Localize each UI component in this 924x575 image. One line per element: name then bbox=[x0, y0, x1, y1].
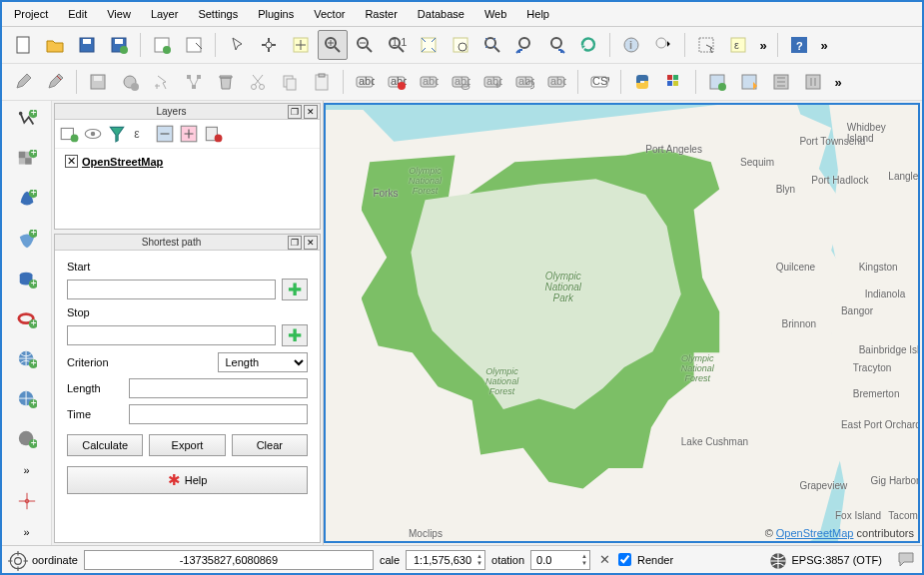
label-pin-button[interactable]: abc bbox=[382, 67, 412, 97]
pan-to-selection-button[interactable] bbox=[286, 30, 316, 60]
layer-visibility-icon[interactable] bbox=[83, 124, 103, 144]
status-target-icon[interactable] bbox=[8, 551, 26, 569]
side-overflow[interactable]: » bbox=[23, 464, 29, 476]
toolbar1-overflow[interactable]: » bbox=[755, 38, 771, 53]
label-change-button[interactable]: abc bbox=[541, 67, 571, 97]
sp-undock-icon[interactable]: ❐ bbox=[288, 236, 302, 250]
python-console-button[interactable] bbox=[627, 67, 657, 97]
sp-time-input[interactable] bbox=[129, 404, 308, 424]
add-raster-layer-button[interactable]: + bbox=[12, 145, 42, 175]
add-vector-layer-button[interactable]: + bbox=[12, 105, 42, 135]
save-as-button[interactable] bbox=[104, 30, 134, 60]
toolbar1-overflow2[interactable]: » bbox=[816, 38, 832, 53]
sp-calculate-button[interactable]: Calculate bbox=[67, 434, 143, 456]
osm-import-button[interactable] bbox=[734, 67, 764, 97]
sp-help-button[interactable]: ✱ Help bbox=[67, 466, 308, 494]
layer-item-openstreetmap[interactable]: ✕ OpenStreetMap bbox=[65, 155, 310, 168]
menu-edit[interactable]: Edit bbox=[60, 5, 95, 23]
messages-icon[interactable] bbox=[896, 549, 916, 571]
osm-download-button[interactable] bbox=[702, 67, 732, 97]
sp-start-input[interactable] bbox=[67, 280, 276, 299]
sp-clear-button[interactable]: Clear bbox=[232, 434, 308, 456]
zoom-in-button[interactable] bbox=[318, 30, 348, 60]
print-composer-button[interactable] bbox=[147, 30, 177, 60]
coordinate-capture-icon[interactable] bbox=[12, 486, 42, 516]
zoom-full-button[interactable] bbox=[414, 30, 444, 60]
zoom-native-button[interactable]: 1:1 bbox=[382, 30, 412, 60]
zoom-to-layer-button[interactable] bbox=[477, 30, 507, 60]
rotation-spin-arrows-icon[interactable]: ▲▼ bbox=[581, 553, 587, 567]
label-abc-button[interactable]: abc bbox=[350, 67, 380, 97]
menu-view[interactable]: View bbox=[99, 5, 139, 23]
save-project-button[interactable] bbox=[72, 30, 102, 60]
select-expr-button[interactable]: ε bbox=[723, 30, 753, 60]
layer-expand-icon[interactable] bbox=[155, 124, 175, 144]
add-wcs-layer-button[interactable]: + bbox=[12, 384, 42, 414]
layer-add-group-icon[interactable] bbox=[59, 124, 79, 144]
sp-length-input[interactable] bbox=[129, 378, 308, 398]
refresh-button[interactable] bbox=[573, 30, 603, 60]
add-wms-layer-button[interactable]: + bbox=[12, 344, 42, 374]
map-canvas[interactable]: Olympic National Park Olympic National F… bbox=[324, 103, 920, 543]
help-button[interactable]: ? bbox=[784, 30, 814, 60]
sp-close-icon[interactable]: ✕ bbox=[304, 236, 318, 250]
add-mssql-layer-button[interactable]: + bbox=[12, 265, 42, 294]
add-feature-button[interactable] bbox=[115, 67, 145, 97]
menu-project[interactable]: Project bbox=[6, 5, 56, 23]
select-rect-button[interactable] bbox=[691, 30, 721, 60]
cut-button[interactable] bbox=[243, 67, 273, 97]
rotation-reset-button[interactable]: ✕ bbox=[596, 552, 612, 568]
scale-combo[interactable]: 1:1,575,630 ▲▼ bbox=[406, 550, 485, 570]
zoom-next-button[interactable] bbox=[541, 30, 571, 60]
scale-dropdown-icon[interactable]: ▲▼ bbox=[476, 553, 482, 567]
composer-manager-button[interactable] bbox=[179, 30, 209, 60]
sp-stop-input[interactable] bbox=[67, 325, 276, 345]
delete-button[interactable] bbox=[211, 67, 241, 97]
zoom-out-button[interactable] bbox=[350, 30, 380, 60]
open-project-button[interactable] bbox=[40, 30, 70, 60]
identify-dropdown-icon[interactable] bbox=[648, 30, 678, 60]
layer-collapse-icon[interactable] bbox=[179, 124, 199, 144]
layer-checkbox-icon[interactable]: ✕ bbox=[65, 155, 78, 168]
label-rotate-button[interactable]: abc bbox=[509, 67, 539, 97]
label-move-button[interactable]: abc bbox=[477, 67, 507, 97]
side-overflow2[interactable]: » bbox=[23, 526, 29, 538]
osm-export-button[interactable] bbox=[798, 67, 828, 97]
new-project-button[interactable] bbox=[8, 30, 38, 60]
label-highlight-button[interactable]: abc bbox=[414, 67, 444, 97]
zoom-to-selection-button[interactable] bbox=[446, 30, 475, 60]
menu-web[interactable]: Web bbox=[476, 5, 514, 23]
zoom-last-button[interactable] bbox=[509, 30, 539, 60]
toolbar2-overflow[interactable]: » bbox=[830, 75, 846, 90]
layer-expression-icon[interactable]: ε bbox=[131, 124, 151, 144]
panel-close-icon[interactable]: ✕ bbox=[304, 105, 318, 119]
sp-criterion-select[interactable]: Length bbox=[218, 352, 309, 372]
copy-button[interactable] bbox=[275, 67, 305, 97]
render-checkbox[interactable] bbox=[618, 553, 631, 566]
edit-pencil-button[interactable] bbox=[8, 67, 38, 97]
menu-layer[interactable]: Layer bbox=[143, 5, 187, 23]
menu-database[interactable]: Database bbox=[410, 5, 472, 23]
menu-vector[interactable]: Vector bbox=[306, 5, 353, 23]
osm-link[interactable]: OpenStreetMap bbox=[776, 527, 854, 539]
paste-button[interactable] bbox=[307, 67, 337, 97]
save-edits-button[interactable] bbox=[83, 67, 113, 97]
pan-button[interactable] bbox=[254, 30, 284, 60]
sp-stop-pick-button[interactable]: ✚ bbox=[282, 324, 308, 346]
add-wfs-layer-button[interactable]: + bbox=[12, 424, 42, 454]
add-spatialite-layer-button[interactable]: + bbox=[12, 225, 42, 255]
label-show-button[interactable]: abc bbox=[446, 67, 475, 97]
color-grid-icon[interactable] bbox=[659, 67, 689, 97]
rotation-spin[interactable]: 0.0 ▲▼ bbox=[530, 550, 590, 570]
pointer-button[interactable] bbox=[222, 30, 252, 60]
toggle-editing-button[interactable] bbox=[40, 67, 70, 97]
sp-export-button[interactable]: Export bbox=[149, 434, 225, 456]
coord-input[interactable] bbox=[84, 550, 374, 570]
sp-start-pick-button[interactable]: ✚ bbox=[282, 279, 308, 300]
add-postgis-layer-button[interactable]: + bbox=[12, 185, 42, 215]
crs-icon[interactable] bbox=[768, 551, 786, 569]
move-feature-button[interactable] bbox=[147, 67, 177, 97]
identify-button[interactable]: i bbox=[616, 30, 646, 60]
node-tool-button[interactable] bbox=[179, 67, 209, 97]
csw-button[interactable]: CSW bbox=[584, 67, 614, 97]
